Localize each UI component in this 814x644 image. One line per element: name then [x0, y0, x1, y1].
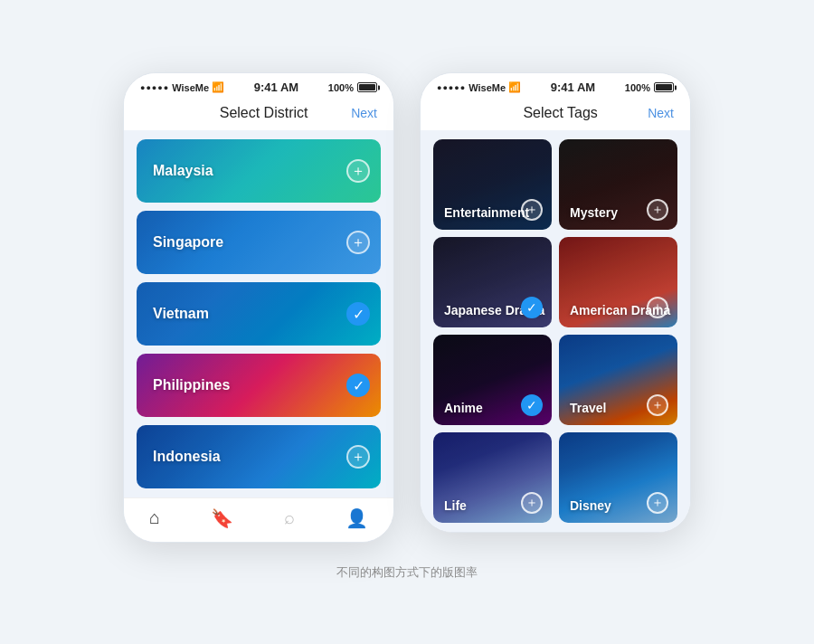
- battery-pct-1: 100%: [328, 82, 354, 93]
- tag-add-travel[interactable]: ＋: [647, 394, 668, 416]
- tag-add-disney[interactable]: ＋: [647, 492, 668, 514]
- tag-mystery[interactable]: Mystery ＋: [559, 139, 677, 230]
- tag-check-anime[interactable]: ✓: [521, 394, 543, 416]
- signal-dots-2: ●●●●●: [437, 83, 466, 92]
- district-malaysia[interactable]: Malaysia ＋: [137, 139, 381, 203]
- caption: 不同的构图方式下的版图率: [336, 564, 478, 581]
- status-bar-1: ●●●●● WiseMe 📶 9:41 AM 100%: [124, 73, 393, 98]
- time-1: 9:41 AM: [254, 80, 298, 94]
- wifi-icon-2: 📶: [508, 81, 521, 93]
- tab-search-1[interactable]: ⌕: [284, 507, 295, 529]
- signal-dots-1: ●●●●●: [140, 83, 169, 92]
- tab-user-1[interactable]: 👤: [345, 507, 368, 529]
- tag-add-mystery[interactable]: ＋: [647, 199, 668, 221]
- district-vietnam[interactable]: Vietnam ✓: [137, 282, 381, 346]
- next-button-1[interactable]: Next: [351, 106, 377, 120]
- district-philippines[interactable]: Philippines ✓: [137, 354, 381, 417]
- district-list: Malaysia ＋ Singapore ＋ Vietnam ✓ Philipp…: [124, 130, 393, 497]
- phone-district: ●●●●● WiseMe 📶 9:41 AM 100% Select Distr…: [123, 72, 394, 543]
- phone-tags: ●●●●● WiseMe 📶 9:41 AM 100% Select Tags …: [420, 72, 691, 533]
- status-bar-2: ●●●●● WiseMe 📶 9:41 AM 100%: [421, 73, 690, 98]
- tag-add-american-drama[interactable]: ＋: [647, 297, 668, 318]
- tag-anime[interactable]: Anime ✓: [433, 335, 552, 425]
- district-singapore[interactable]: Singapore ＋: [137, 211, 381, 274]
- battery-icon-2: [654, 82, 674, 92]
- tag-disney[interactable]: Disney ＋: [559, 432, 677, 523]
- nav-bar-1: Select District Next: [124, 98, 393, 130]
- tag-travel[interactable]: Travel ＋: [559, 335, 677, 425]
- tag-japanese-drama[interactable]: Japanese Drama ✓: [433, 237, 552, 327]
- district-add-indonesia[interactable]: ＋: [346, 445, 370, 469]
- battery-icon-1: [357, 82, 377, 92]
- nav-title-1: Select District: [176, 105, 351, 121]
- wifi-icon-1: 📶: [212, 81, 224, 93]
- tags-grid: Entertainment ＋ Mystery ＋ Japanese Drama…: [421, 130, 690, 532]
- carrier-1: WiseMe: [172, 82, 209, 93]
- tag-check-japanese-drama[interactable]: ✓: [521, 297, 543, 318]
- tab-bar-1: ⌂ 🔖 ⌕ 👤: [124, 497, 393, 542]
- tag-add-entertainment[interactable]: ＋: [521, 199, 543, 221]
- phones-container: ●●●●● WiseMe 📶 9:41 AM 100% Select Distr…: [123, 72, 691, 543]
- district-add-malaysia[interactable]: ＋: [346, 159, 370, 183]
- tag-life[interactable]: Life ＋: [433, 432, 552, 523]
- tag-american-drama[interactable]: American Drama ＋: [559, 237, 677, 327]
- tag-entertainment[interactable]: Entertainment ＋: [433, 139, 552, 230]
- tab-home-1[interactable]: ⌂: [149, 507, 160, 529]
- next-button-2[interactable]: Next: [648, 106, 674, 120]
- district-indonesia[interactable]: Indonesia ＋: [137, 425, 381, 488]
- carrier-2: WiseMe: [469, 82, 506, 93]
- battery-pct-2: 100%: [625, 82, 650, 93]
- district-check-vietnam[interactable]: ✓: [346, 302, 370, 326]
- time-2: 9:41 AM: [551, 80, 595, 94]
- district-check-philippines[interactable]: ✓: [346, 374, 370, 397]
- tag-add-life[interactable]: ＋: [521, 492, 543, 514]
- nav-bar-2: Select Tags Next: [421, 98, 690, 130]
- district-add-singapore[interactable]: ＋: [346, 231, 370, 254]
- tab-bookmark-1[interactable]: 🔖: [211, 507, 233, 529]
- nav-title-2: Select Tags: [473, 105, 648, 121]
